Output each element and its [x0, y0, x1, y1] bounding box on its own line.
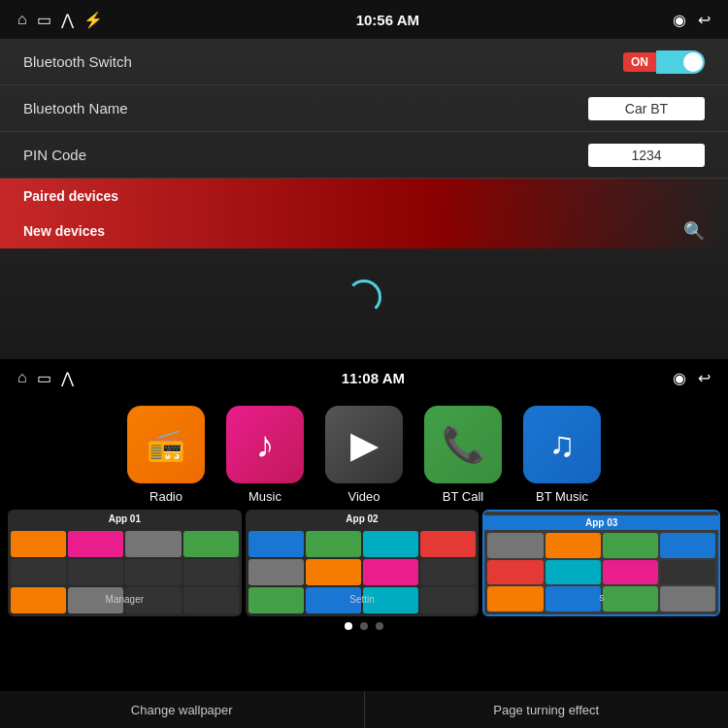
thumb-app03-overlay: s [484, 592, 718, 603]
toggle-knob [683, 52, 703, 72]
btmusic-icon: ♫ [523, 406, 601, 483]
btcall-label: BT Call [443, 489, 483, 504]
thumb-app03[interactable]: App 03 s [482, 510, 720, 616]
status-bar-time-bottom: 11:08 AM [342, 370, 405, 386]
dot-3[interactable] [376, 622, 383, 630]
paired-devices-header[interactable]: Paired devices [0, 179, 728, 214]
screen-icon[interactable]: ▭ [37, 11, 51, 29]
tc [68, 559, 123, 585]
search-icon[interactable]: 🔍 [683, 220, 705, 242]
thumb-app01-overlay: Manager [8, 594, 242, 605]
tc [183, 559, 239, 585]
pin-code-label: PIN Code [23, 147, 86, 163]
music-label: Music [248, 489, 281, 504]
status-bar-right-icons-bottom: ◉ ↩ [673, 369, 711, 387]
pin-code-input[interactable] [588, 144, 705, 167]
new-devices-label: New devices [23, 223, 105, 239]
tc [660, 560, 715, 585]
btmusic-label: BT Music [536, 489, 588, 504]
tc [11, 531, 66, 557]
status-bar-left-icons: ⌂ ▭ ⋀ ⚡ [17, 11, 103, 29]
tc [306, 559, 361, 585]
tc [125, 531, 181, 557]
settings-area: Bluetooth Switch ON Bluetooth Name PIN C… [0, 39, 728, 248]
status-bar-time-top: 10:56 AM [356, 12, 419, 28]
chevrons-up-icon[interactable]: ⋀ [61, 11, 74, 29]
app-btmusic[interactable]: ♫ BT Music [523, 406, 601, 504]
tc [248, 531, 304, 557]
tc [68, 531, 123, 557]
dot-2[interactable] [360, 622, 368, 630]
status-bar-bottom: ⌂ ▭ ⋀ 11:08 AM ◉ ↩ [0, 359, 728, 396]
thumb-app02-title: App 02 [246, 513, 480, 524]
status-bar-right-icons-top: ◉ ↩ [673, 11, 711, 29]
back-icon-top[interactable]: ↩ [698, 11, 711, 29]
video-label: Video [347, 489, 380, 504]
tc [125, 559, 181, 585]
music-icon: ♪ [226, 406, 304, 483]
thumb-app02[interactable]: App 02 Settin [246, 510, 480, 616]
tc [487, 560, 543, 585]
tc [487, 533, 543, 558]
app-video[interactable]: ▶ Video [325, 406, 403, 504]
dots-indicator [0, 616, 728, 632]
tc [420, 531, 476, 557]
toggle-bar[interactable] [656, 50, 705, 74]
pin-code-row: PIN Code [0, 132, 728, 179]
location-icon-bottom: ◉ [673, 369, 686, 387]
status-bar-top: ⌂ ▭ ⋀ ⚡ 10:56 AM ◉ ↩ [0, 0, 728, 39]
tc [603, 560, 658, 585]
bluetooth-switch-row: Bluetooth Switch ON [0, 39, 728, 85]
back-icon-bottom[interactable]: ↩ [698, 369, 711, 387]
bluetooth-switch-label: Bluetooth Switch [23, 53, 132, 70]
radio-label: Radio [149, 489, 182, 504]
tc [546, 533, 601, 558]
bottom-action-bar: Change wallpaper Page turning effect [0, 691, 728, 728]
loading-spinner [347, 280, 381, 314]
tc [248, 559, 304, 585]
screen-icon-bottom[interactable]: ▭ [37, 369, 51, 387]
usb-icon: ⚡ [83, 11, 103, 29]
tc [660, 533, 715, 558]
bluetooth-name-row: Bluetooth Name [0, 85, 728, 132]
app-btcall[interactable]: 📞 BT Call [424, 406, 502, 504]
launcher-panel: ⌂ ▭ ⋀ 11:08 AM ◉ ↩ 📻 Radio ♪ Music ▶ Vid… [0, 359, 728, 728]
app-radio[interactable]: 📻 Radio [127, 406, 205, 504]
change-wallpaper-button[interactable]: Change wallpaper [0, 691, 365, 728]
home-icon[interactable]: ⌂ [17, 11, 27, 28]
page-turning-effect-button[interactable]: Page turning effect [365, 691, 729, 728]
thumb-app01-title: App 01 [8, 513, 242, 524]
bluetooth-name-label: Bluetooth Name [23, 100, 128, 116]
thumb-app01[interactable]: App 01 Manager [8, 510, 242, 616]
toggle-on-text: ON [623, 52, 656, 72]
tc [363, 559, 418, 585]
tc [306, 531, 361, 557]
app-icons-row: 📻 Radio ♪ Music ▶ Video 📞 BT Call ♫ BT M… [0, 396, 728, 510]
app-music[interactable]: ♪ Music [226, 406, 304, 504]
thumb-app03-title: App 03 [484, 515, 718, 530]
tc [363, 531, 418, 557]
tc [603, 533, 658, 558]
thumbnail-row: App 01 Manager App 02 [0, 510, 728, 616]
home-icon-bottom[interactable]: ⌂ [17, 369, 27, 386]
bluetooth-settings-panel: ⌂ ▭ ⋀ ⚡ 10:56 AM ◉ ↩ Bluetooth Switch ON… [0, 0, 728, 359]
thumb-app02-overlay: Settin [246, 594, 480, 605]
tc [546, 560, 601, 585]
video-icon: ▶ [325, 406, 403, 483]
location-icon-top: ◉ [673, 11, 686, 29]
bluetooth-name-input[interactable] [588, 97, 705, 120]
bluetooth-toggle[interactable]: ON [623, 50, 705, 74]
loading-spinner-area [0, 248, 728, 346]
dot-1[interactable] [345, 622, 352, 630]
tc [11, 559, 66, 585]
tc [420, 559, 476, 585]
status-bar-left-icons-bottom: ⌂ ▭ ⋀ [17, 369, 74, 387]
new-devices-header[interactable]: New devices 🔍 [0, 214, 728, 248]
radio-icon: 📻 [127, 406, 205, 483]
tc [183, 531, 239, 557]
chevrons-up-icon-bottom[interactable]: ⋀ [61, 369, 74, 387]
btcall-icon: 📞 [424, 406, 502, 483]
paired-devices-label: Paired devices [23, 188, 118, 204]
